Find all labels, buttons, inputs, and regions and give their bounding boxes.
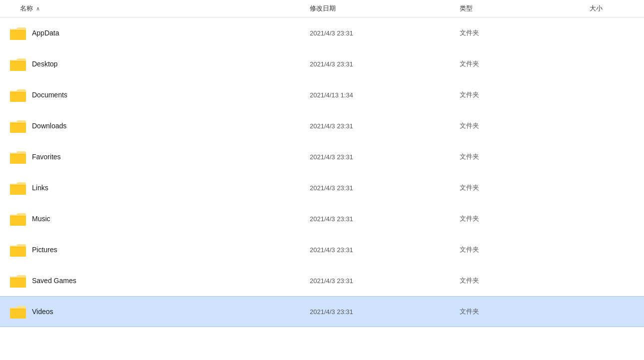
svg-rect-3 — [10, 30, 26, 40]
table-row[interactable]: Pictures 2021/4/3 23:31 文件夹 — [0, 234, 644, 265]
table-row[interactable]: Favorites 2021/4/3 23:31 文件夹 — [0, 141, 644, 172]
svg-rect-7 — [10, 61, 26, 71]
file-name-text: Music — [32, 215, 50, 223]
file-type: 文件夹 — [460, 28, 590, 37]
file-date: 2021/4/3 23:31 — [310, 308, 460, 316]
folder-icon — [10, 305, 26, 319]
folder-icon — [10, 26, 26, 40]
file-type: 文件夹 — [460, 90, 590, 99]
folder-icon — [10, 150, 26, 164]
table-row[interactable]: Music 2021/4/3 23:31 文件夹 — [0, 203, 644, 234]
file-date: 2021/4/3 23:31 — [310, 122, 460, 130]
column-header-size[interactable]: 大小 — [590, 4, 644, 13]
svg-rect-27 — [10, 216, 26, 226]
col-name-label: 名称 — [20, 4, 33, 13]
file-type: 文件夹 — [460, 121, 590, 130]
file-explorer: 名称 ∧ 修改日期 类型 大小 AppData 2021/4/3 23:31 文… — [0, 0, 644, 360]
file-date: 2021/4/13 1:34 — [310, 91, 460, 99]
file-type: 文件夹 — [460, 59, 590, 68]
file-type: 文件夹 — [460, 183, 590, 192]
column-header-name[interactable]: 名称 ∧ — [0, 4, 310, 13]
sort-arrow-icon: ∧ — [36, 5, 40, 12]
svg-rect-11 — [10, 92, 26, 102]
folder-icon — [10, 119, 26, 133]
file-type: 文件夹 — [460, 214, 590, 223]
column-header-date[interactable]: 修改日期 — [310, 4, 460, 13]
svg-rect-39 — [10, 309, 26, 319]
folder-icon — [10, 274, 26, 288]
folder-icon — [10, 243, 26, 257]
file-name-text: AppData — [32, 29, 59, 37]
file-date: 2021/4/3 23:31 — [310, 277, 460, 285]
file-name-text: Favorites — [32, 153, 61, 161]
table-row[interactable]: Desktop 2021/4/3 23:31 文件夹 — [0, 48, 644, 79]
file-date: 2021/4/3 23:31 — [310, 184, 460, 192]
file-date: 2021/4/3 23:31 — [310, 246, 460, 254]
svg-rect-19 — [10, 154, 26, 164]
table-row[interactable]: Documents 2021/4/13 1:34 文件夹 — [0, 79, 644, 110]
file-name: Documents — [0, 88, 310, 102]
table-row[interactable]: Saved Games 2021/4/3 23:31 文件夹 — [0, 265, 644, 296]
svg-rect-15 — [10, 123, 26, 133]
file-name: Downloads — [0, 119, 310, 133]
svg-rect-31 — [10, 247, 26, 257]
file-name: Pictures — [0, 243, 310, 257]
table-row[interactable]: Links 2021/4/3 23:31 文件夹 — [0, 172, 644, 203]
file-date: 2021/4/3 23:31 — [310, 60, 460, 68]
file-name: Favorites — [0, 150, 310, 164]
folder-icon — [10, 57, 26, 71]
table-row[interactable]: AppData 2021/4/3 23:31 文件夹 — [0, 17, 644, 48]
file-date: 2021/4/3 23:31 — [310, 29, 460, 37]
svg-rect-23 — [10, 185, 26, 195]
folder-icon — [10, 212, 26, 226]
file-name: Videos — [0, 305, 310, 319]
folder-icon — [10, 181, 26, 195]
column-header-type[interactable]: 类型 — [460, 4, 590, 13]
file-date: 2021/4/3 23:31 — [310, 215, 460, 223]
file-date: 2021/4/3 23:31 — [310, 153, 460, 161]
file-type: 文件夹 — [460, 307, 590, 316]
file-type: 文件夹 — [460, 276, 590, 285]
file-name: Saved Games — [0, 274, 310, 288]
file-name-text: Documents — [32, 91, 67, 99]
file-name-text: Saved Games — [32, 277, 76, 285]
svg-rect-35 — [10, 278, 26, 288]
table-row[interactable]: Downloads 2021/4/3 23:31 文件夹 — [0, 110, 644, 141]
file-name-text: Desktop — [32, 60, 57, 68]
folder-icon — [10, 88, 26, 102]
file-list: AppData 2021/4/3 23:31 文件夹 Desktop 2021/… — [0, 17, 644, 360]
file-name: AppData — [0, 26, 310, 40]
file-type: 文件夹 — [460, 245, 590, 254]
file-name: Music — [0, 212, 310, 226]
file-type: 文件夹 — [460, 152, 590, 161]
file-name: Desktop — [0, 57, 310, 71]
file-name: Links — [0, 181, 310, 195]
table-row[interactable]: Videos 2021/4/3 23:31 文件夹 — [0, 296, 644, 327]
file-name-text: Links — [32, 184, 48, 192]
file-name-text: Videos — [32, 308, 53, 316]
table-header: 名称 ∧ 修改日期 类型 大小 — [0, 0, 644, 17]
file-name-text: Pictures — [32, 246, 57, 254]
file-name-text: Downloads — [32, 122, 66, 130]
